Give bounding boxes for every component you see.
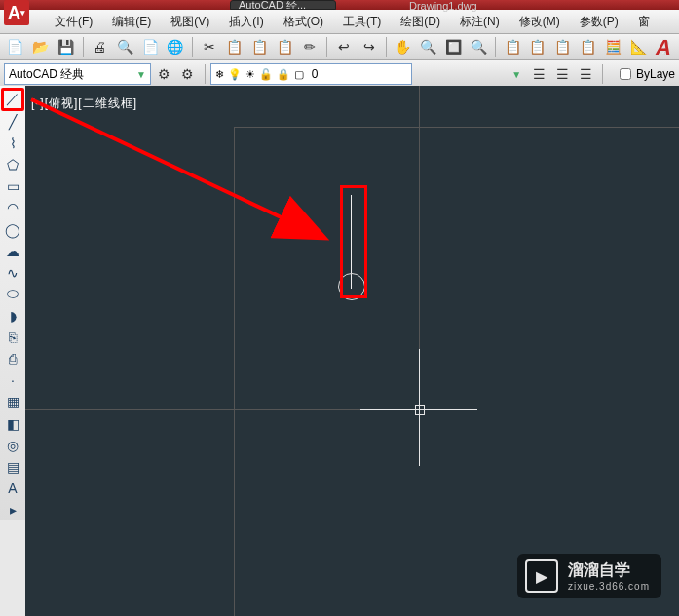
gradient-tool[interactable]: ◧ (1, 413, 24, 435)
toolbar-button[interactable]: ✋ (392, 35, 415, 58)
toolbar-button[interactable]: 🔲 (442, 35, 466, 58)
settings-icon[interactable]: ⚙ (176, 62, 200, 86)
document-tab[interactable]: AutoCAD 经... (230, 0, 336, 10)
watermark-title: 溜溜自学 (568, 560, 650, 581)
construction-line-tool[interactable]: ╱ (1, 111, 24, 133)
menu-item[interactable]: 视图(V) (165, 12, 215, 32)
separator (326, 37, 327, 57)
separator (192, 37, 193, 57)
layer-state-icon[interactable]: ☀ (245, 68, 255, 81)
toolbar-button[interactable]: 📋 (551, 35, 575, 58)
settings-icon[interactable]: ⚙ (153, 62, 176, 86)
grid-line (234, 127, 235, 616)
make-block-tool[interactable]: ⎙ (1, 348, 24, 369)
app-logo-letter: A (8, 3, 20, 23)
app-logo[interactable]: A ▾ (4, 0, 29, 25)
toolbar-button[interactable]: 🌐 (164, 35, 187, 58)
layer-state-icon[interactable]: 🔓 (259, 68, 273, 81)
toolbar-button[interactable]: 📋 (273, 35, 296, 58)
spline-tool[interactable]: ∿ (1, 262, 24, 284)
bylayer-checkbox-input[interactable] (620, 68, 631, 80)
layer-state-icon[interactable]: ▢ (294, 68, 304, 81)
toolbar-button[interactable]: 🔍 (417, 35, 440, 58)
document-tab-label: AutoCAD 经... (239, 0, 306, 10)
revcloud-tool[interactable]: ☁ (1, 241, 24, 262)
layer-state-icon[interactable]: ❄ (215, 68, 224, 81)
line-tool[interactable]: ／ (1, 88, 24, 111)
title-bar (0, 0, 679, 10)
toolbar-button[interactable]: 🔍 (113, 35, 136, 58)
hatch-tool[interactable]: ▦ (1, 391, 24, 412)
grid-line (234, 127, 679, 128)
layer-tool-button[interactable]: ☰ (550, 62, 574, 86)
text-style-icon[interactable]: A (656, 35, 671, 60)
toolbar-button[interactable]: 🖨 (89, 35, 112, 58)
workspace-combo-label: AutoCAD 经典 (9, 66, 84, 83)
dropdown-icon: ▼ (511, 69, 521, 80)
circle-tool[interactable]: ◯ (1, 219, 24, 241)
workspace-layer-toolbar: AutoCAD 经典 ▼ ⚙⚙ ❄💡☀🔓🔒▢0 ▼ ☰☰☰ ByLaye (0, 60, 679, 89)
toolbar-button[interactable]: ✂ (198, 35, 221, 58)
ellipse-arc-tool[interactable]: ◗ (1, 305, 24, 327)
toolbar-button[interactable]: ↪ (358, 35, 381, 58)
drawing-canvas[interactable]: [-][俯视][二维线框] ▶ (25, 86, 679, 616)
layer-name: 0 (312, 67, 319, 81)
point-tool[interactable]: · (1, 369, 24, 391)
separator (205, 64, 206, 84)
rectangle-tool[interactable]: ▭ (1, 175, 24, 197)
draw-toolbar: ／╱⌇⬠▭◠◯☁∿⬭◗⎘⎙·▦◧◎▤A▸ (0, 86, 26, 520)
menu-item[interactable]: 修改(M) (513, 12, 566, 32)
toolbar-button[interactable]: ↩ (332, 35, 356, 58)
annotation-box (340, 185, 367, 298)
layer-state-icon[interactable]: 💡 (228, 68, 242, 81)
toolbar-button[interactable]: 📋 (577, 35, 600, 58)
toolbar-button[interactable]: 🔍 (467, 35, 490, 58)
toolbar-button[interactable]: 📋 (526, 35, 549, 58)
annotation-arrow (25, 86, 679, 616)
menu-item[interactable]: 标注(N) (454, 12, 506, 32)
play-icon: ▶ (536, 567, 547, 586)
layer-tool-button[interactable]: ☰ (527, 62, 550, 86)
region-tool[interactable]: ◎ (1, 435, 24, 456)
menu-item[interactable]: 插入(I) (223, 12, 269, 32)
separator (386, 37, 387, 57)
workspace-combo[interactable]: AutoCAD 经典 ▼ (4, 63, 151, 85)
menu-item[interactable]: 绘图(D) (395, 12, 446, 32)
toolbar-button[interactable]: 📂 (29, 35, 53, 58)
arc-tool[interactable]: ◠ (1, 197, 24, 218)
toolbar-button[interactable]: 📄 (138, 35, 162, 58)
toolbar-button[interactable]: 💾 (55, 35, 78, 58)
bylayer-label: ByLaye (636, 67, 675, 81)
toolbar-button[interactable]: ✏ (298, 35, 321, 58)
layer-combo[interactable]: ❄💡☀🔓🔒▢0 (210, 63, 412, 85)
bylayer-checkbox[interactable]: ByLaye (616, 65, 675, 83)
viewport-label[interactable]: [-][俯视][二维线框] (31, 96, 137, 112)
toolbar-button[interactable]: 📋 (248, 35, 272, 58)
table-tool[interactable]: ▤ (1, 456, 24, 478)
menu-item[interactable]: 文件(F) (49, 12, 98, 32)
insert-block-tool[interactable]: ⎘ (1, 327, 24, 348)
addselected-tool[interactable]: ▸ (1, 499, 24, 520)
pick-box (415, 405, 425, 415)
ellipse-tool[interactable]: ⬭ (1, 284, 24, 305)
text-tool[interactable]: A (1, 478, 24, 499)
watermark-url: zixue.3d66.com (568, 581, 650, 592)
toolbar-button[interactable]: 🧮 (602, 35, 625, 58)
menu-item[interactable]: 编辑(E) (106, 12, 157, 32)
menu-item[interactable]: 工具(T) (337, 12, 387, 32)
separator (602, 64, 603, 84)
menu-item[interactable]: 窗 (632, 12, 656, 32)
layer-tool-button[interactable]: ☰ (574, 62, 597, 86)
polyline-tool[interactable]: ⌇ (1, 133, 24, 154)
toolbar-button[interactable]: 📄 (4, 35, 27, 58)
toolbar-button[interactable]: 📐 (626, 35, 650, 58)
menu-item[interactable]: 参数(P) (574, 12, 624, 32)
svg-line-0 (31, 99, 322, 237)
toolbar-button[interactable]: 📋 (223, 35, 246, 58)
standard-toolbar: 📄📂💾🖨🔍📄🌐✂📋📋📋✏↩↪✋🔍🔲🔍📋📋📋📋🧮📐❔ (0, 34, 679, 60)
menu-item[interactable]: 格式(O) (278, 12, 329, 32)
layer-state-icon[interactable]: 🔒 (277, 68, 290, 81)
toolbar-button[interactable]: 📋 (501, 35, 524, 58)
separator (83, 37, 84, 57)
polygon-tool[interactable]: ⬠ (1, 154, 24, 175)
